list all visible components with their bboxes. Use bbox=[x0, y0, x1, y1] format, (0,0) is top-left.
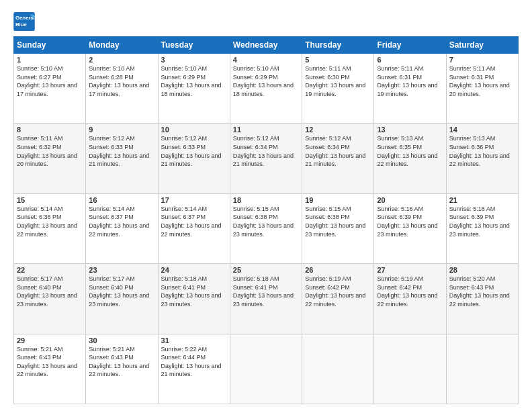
day-number: 2 bbox=[89, 56, 154, 64]
calendar-cell: 15Sunrise: 5:14 AMSunset: 6:36 PMDayligh… bbox=[14, 193, 86, 263]
col-thursday: Thursday bbox=[302, 37, 374, 54]
calendar-cell: 5Sunrise: 5:11 AMSunset: 6:30 PMDaylight… bbox=[302, 54, 374, 124]
day-info: Sunrise: 5:10 AMSunset: 6:29 PMDaylight:… bbox=[233, 64, 299, 98]
logo: General Blue bbox=[13, 12, 38, 31]
day-info: Sunrise: 5:13 AMSunset: 6:36 PMDaylight:… bbox=[449, 134, 515, 168]
day-info: Sunrise: 5:16 AMSunset: 6:39 PMDaylight:… bbox=[377, 205, 443, 238]
calendar-cell: 14Sunrise: 5:13 AMSunset: 6:36 PMDayligh… bbox=[446, 124, 518, 193]
calendar-cell: 23Sunrise: 5:17 AMSunset: 6:40 PMDayligh… bbox=[86, 264, 158, 334]
calendar-cell: 16Sunrise: 5:14 AMSunset: 6:37 PMDayligh… bbox=[86, 193, 158, 263]
calendar-cell: 20Sunrise: 5:16 AMSunset: 6:39 PMDayligh… bbox=[374, 193, 446, 263]
calendar-cell: 30Sunrise: 5:21 AMSunset: 6:43 PMDayligh… bbox=[86, 334, 158, 404]
calendar-cell: 8Sunrise: 5:11 AMSunset: 6:32 PMDaylight… bbox=[14, 124, 86, 193]
calendar-cell: 25Sunrise: 5:18 AMSunset: 6:41 PMDayligh… bbox=[230, 264, 302, 334]
calendar-cell: 29Sunrise: 5:21 AMSunset: 6:43 PMDayligh… bbox=[14, 334, 86, 404]
calendar-cell: 18Sunrise: 5:15 AMSunset: 6:38 PMDayligh… bbox=[230, 193, 302, 263]
day-info: Sunrise: 5:15 AMSunset: 6:38 PMDaylight:… bbox=[305, 205, 371, 238]
calendar-cell bbox=[374, 334, 446, 404]
day-number: 19 bbox=[305, 196, 371, 204]
day-info: Sunrise: 5:22 AMSunset: 6:44 PMDaylight:… bbox=[161, 345, 227, 379]
day-number: 6 bbox=[377, 56, 443, 64]
day-info: Sunrise: 5:14 AMSunset: 6:36 PMDaylight:… bbox=[17, 205, 83, 238]
day-number: 3 bbox=[161, 56, 227, 64]
calendar-cell: 6Sunrise: 5:11 AMSunset: 6:31 PMDaylight… bbox=[374, 54, 446, 124]
day-info: Sunrise: 5:21 AMSunset: 6:43 PMDaylight:… bbox=[17, 345, 83, 379]
calendar-week-1: 1Sunrise: 5:10 AMSunset: 6:27 PMDaylight… bbox=[14, 54, 519, 124]
day-number: 4 bbox=[233, 56, 299, 64]
day-number: 1 bbox=[17, 56, 83, 64]
calendar-cell: 22Sunrise: 5:17 AMSunset: 6:40 PMDayligh… bbox=[14, 264, 86, 334]
calendar-table: Sunday Monday Tuesday Wednesday Thursday… bbox=[13, 36, 519, 404]
calendar-cell bbox=[302, 334, 374, 404]
day-info: Sunrise: 5:14 AMSunset: 6:37 PMDaylight:… bbox=[89, 205, 154, 238]
calendar-cell bbox=[446, 334, 518, 404]
calendar-cell: 4Sunrise: 5:10 AMSunset: 6:29 PMDaylight… bbox=[230, 54, 302, 124]
page: General Blue Sunday Monday Tuesday Wedne… bbox=[0, 0, 532, 411]
calendar-cell: 3Sunrise: 5:10 AMSunset: 6:29 PMDaylight… bbox=[158, 54, 230, 124]
day-number: 11 bbox=[233, 126, 299, 134]
logo-icon: General Blue bbox=[13, 12, 35, 31]
day-info: Sunrise: 5:13 AMSunset: 6:35 PMDaylight:… bbox=[377, 134, 443, 168]
calendar-cell: 11Sunrise: 5:12 AMSunset: 6:34 PMDayligh… bbox=[230, 124, 302, 193]
col-tuesday: Tuesday bbox=[158, 37, 230, 54]
day-info: Sunrise: 5:19 AMSunset: 6:42 PMDaylight:… bbox=[305, 275, 371, 308]
calendar-cell: 31Sunrise: 5:22 AMSunset: 6:44 PMDayligh… bbox=[158, 334, 230, 404]
col-monday: Monday bbox=[86, 37, 158, 54]
calendar-week-5: 29Sunrise: 5:21 AMSunset: 6:43 PMDayligh… bbox=[14, 334, 519, 404]
day-info: Sunrise: 5:18 AMSunset: 6:41 PMDaylight:… bbox=[233, 275, 299, 308]
col-sunday: Sunday bbox=[14, 37, 86, 54]
header: General Blue bbox=[13, 12, 519, 31]
calendar-header-row: Sunday Monday Tuesday Wednesday Thursday… bbox=[14, 37, 519, 54]
day-info: Sunrise: 5:11 AMSunset: 6:32 PMDaylight:… bbox=[17, 134, 83, 168]
calendar-cell: 27Sunrise: 5:19 AMSunset: 6:42 PMDayligh… bbox=[374, 264, 446, 334]
col-saturday: Saturday bbox=[446, 37, 518, 54]
day-info: Sunrise: 5:12 AMSunset: 6:33 PMDaylight:… bbox=[89, 134, 154, 168]
col-wednesday: Wednesday bbox=[230, 37, 302, 54]
day-number: 27 bbox=[377, 266, 443, 274]
day-number: 31 bbox=[161, 336, 227, 345]
day-info: Sunrise: 5:19 AMSunset: 6:42 PMDaylight:… bbox=[377, 275, 443, 308]
calendar-cell: 13Sunrise: 5:13 AMSunset: 6:35 PMDayligh… bbox=[374, 124, 446, 193]
calendar-cell: 7Sunrise: 5:11 AMSunset: 6:31 PMDaylight… bbox=[446, 54, 518, 124]
calendar-cell: 1Sunrise: 5:10 AMSunset: 6:27 PMDaylight… bbox=[14, 54, 86, 124]
day-info: Sunrise: 5:10 AMSunset: 6:27 PMDaylight:… bbox=[17, 64, 83, 98]
svg-text:Blue: Blue bbox=[15, 21, 28, 28]
day-number: 30 bbox=[89, 336, 154, 345]
day-info: Sunrise: 5:11 AMSunset: 6:31 PMDaylight:… bbox=[449, 64, 515, 98]
calendar-cell: 26Sunrise: 5:19 AMSunset: 6:42 PMDayligh… bbox=[302, 264, 374, 334]
day-number: 20 bbox=[377, 196, 443, 204]
day-number: 18 bbox=[233, 196, 299, 204]
calendar-cell: 28Sunrise: 5:20 AMSunset: 6:43 PMDayligh… bbox=[446, 264, 518, 334]
day-number: 24 bbox=[161, 266, 227, 274]
day-info: Sunrise: 5:15 AMSunset: 6:38 PMDaylight:… bbox=[233, 205, 299, 238]
day-info: Sunrise: 5:12 AMSunset: 6:34 PMDaylight:… bbox=[233, 134, 299, 168]
day-number: 14 bbox=[449, 126, 515, 134]
day-number: 21 bbox=[449, 196, 515, 204]
calendar-cell: 9Sunrise: 5:12 AMSunset: 6:33 PMDaylight… bbox=[86, 124, 158, 193]
day-info: Sunrise: 5:18 AMSunset: 6:41 PMDaylight:… bbox=[161, 275, 227, 308]
day-number: 10 bbox=[161, 126, 227, 134]
day-number: 7 bbox=[449, 56, 515, 64]
calendar-cell: 2Sunrise: 5:10 AMSunset: 6:28 PMDaylight… bbox=[86, 54, 158, 124]
calendar-cell: 19Sunrise: 5:15 AMSunset: 6:38 PMDayligh… bbox=[302, 193, 374, 263]
day-number: 12 bbox=[305, 126, 371, 134]
day-info: Sunrise: 5:16 AMSunset: 6:39 PMDaylight:… bbox=[449, 205, 515, 238]
day-number: 28 bbox=[449, 266, 515, 274]
calendar-week-3: 15Sunrise: 5:14 AMSunset: 6:36 PMDayligh… bbox=[14, 193, 519, 263]
calendar-week-2: 8Sunrise: 5:11 AMSunset: 6:32 PMDaylight… bbox=[14, 124, 519, 193]
calendar-cell bbox=[230, 334, 302, 404]
day-number: 5 bbox=[305, 56, 371, 64]
day-number: 17 bbox=[161, 196, 227, 204]
day-info: Sunrise: 5:10 AMSunset: 6:29 PMDaylight:… bbox=[161, 64, 227, 98]
col-friday: Friday bbox=[374, 37, 446, 54]
calendar-cell: 17Sunrise: 5:14 AMSunset: 6:37 PMDayligh… bbox=[158, 193, 230, 263]
day-number: 15 bbox=[17, 196, 83, 204]
day-info: Sunrise: 5:12 AMSunset: 6:34 PMDaylight:… bbox=[305, 134, 371, 168]
day-info: Sunrise: 5:17 AMSunset: 6:40 PMDaylight:… bbox=[17, 275, 83, 308]
day-info: Sunrise: 5:11 AMSunset: 6:31 PMDaylight:… bbox=[377, 64, 443, 98]
day-number: 22 bbox=[17, 266, 83, 274]
day-info: Sunrise: 5:12 AMSunset: 6:33 PMDaylight:… bbox=[161, 134, 227, 168]
day-info: Sunrise: 5:10 AMSunset: 6:28 PMDaylight:… bbox=[89, 64, 154, 98]
day-number: 23 bbox=[89, 266, 154, 274]
day-info: Sunrise: 5:11 AMSunset: 6:30 PMDaylight:… bbox=[305, 64, 371, 98]
